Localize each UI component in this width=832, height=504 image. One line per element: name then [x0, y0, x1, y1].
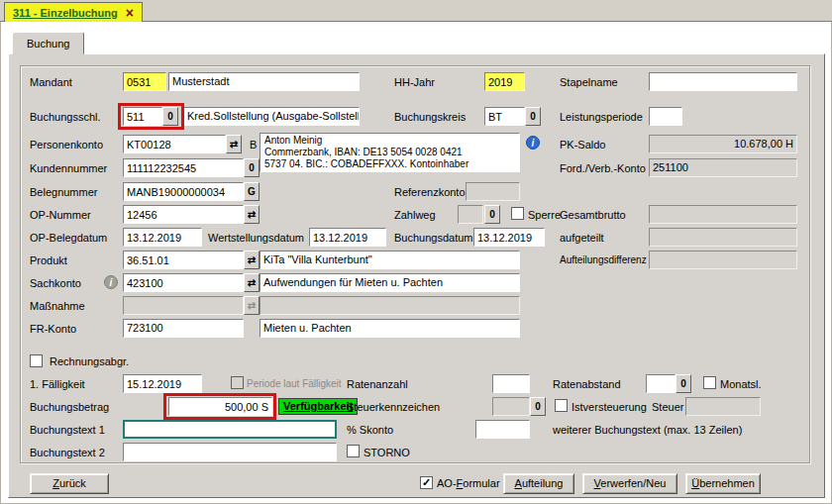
bank-info-line2: Commerzbank, IBAN: DE13 5054 0028 0421: [264, 147, 515, 158]
bank-info-display: Anton Meinig Commerzbank, IBAN: DE13 505…: [260, 133, 520, 172]
sachkonto-text-display: Aufwendungen für Mieten u. Pachten: [260, 273, 520, 292]
lookup-icon: 0: [680, 378, 686, 389]
tab-buchung-label: Buchung: [27, 38, 69, 50]
wertstellungsdatum-input[interactable]: [309, 228, 386, 247]
istversteuerung-checkbox[interactable]: [555, 399, 568, 412]
buchungsbetrag-input[interactable]: [168, 397, 272, 416]
ford-verb-konto-label: Ford./Verb.-Konto: [560, 162, 646, 174]
buchungstext2-input[interactable]: [123, 443, 337, 461]
buchungstext2-label: Buchungstext 2: [30, 447, 105, 458]
zurueck-button[interactable]: Zurück: [30, 473, 109, 494]
ratenabstand-label: Ratenabstand: [553, 378, 621, 390]
buchungskreis-lookup-button[interactable]: 0: [525, 107, 541, 126]
buchungsschl-input[interactable]: [123, 107, 162, 126]
buchungstext1-label: Buchungstext 1: [30, 424, 105, 436]
referenzkonto-label: Referenzkonto: [394, 186, 466, 198]
buchungsschl-label: Buchungsschl.: [30, 111, 101, 123]
massnahme-text-display: [260, 296, 520, 315]
zahlweg-value: [458, 205, 483, 224]
produkt-input[interactable]: [123, 251, 244, 269]
buchungsschl-text-display: Kred.Sollstellung (Ausgabe-Sollstellu...: [183, 107, 360, 126]
refresh-icon: ⇄: [230, 139, 238, 150]
zahlweg-lookup-button[interactable]: 0: [484, 205, 500, 224]
bank-info-line1: Anton Meinig: [264, 135, 515, 147]
lookup-icon: 0: [535, 401, 541, 412]
personenkonto-input[interactable]: [123, 135, 226, 153]
bank-info-icon[interactable]: i: [526, 136, 540, 150]
belegnummer-generate-button[interactable]: G: [244, 182, 260, 201]
belegnummer-label: Belegnummer: [30, 186, 97, 198]
storno-label: STORNO: [364, 447, 410, 458]
document-tab-einzelbuchung[interactable]: 311 - Einzelbuchung ×: [4, 2, 143, 22]
wertstellungsdatum-label: Wertstellungsdatum: [208, 232, 304, 244]
fr-konto-label: FR-Konto: [30, 323, 76, 335]
monatsl-checkbox[interactable]: [703, 376, 716, 389]
aufgeteilt-value: [649, 228, 797, 247]
op-nummer-label: OP-Nummer: [30, 209, 91, 221]
tab-buchung[interactable]: Buchung: [12, 32, 84, 54]
produkt-refresh-button[interactable]: ⇄: [244, 251, 260, 269]
periode-laut-faelligkeit-checkbox: [231, 376, 244, 389]
stapelname-label: Stapelname: [560, 76, 618, 88]
steuerkennzeichen-lookup-button[interactable]: 0: [530, 397, 546, 416]
sperre-label: Sperre: [528, 209, 561, 221]
application-window: 311 - Einzelbuchung × Buchung Mandant Mu…: [0, 0, 832, 504]
op-nummer-refresh-button[interactable]: ⇄: [244, 205, 260, 224]
aufteilungsdifferenz-label: Aufteilungsdifferenz: [560, 254, 647, 265]
sachkonto-refresh-button[interactable]: ⇄: [244, 273, 260, 292]
op-belegdatum-input[interactable]: [123, 228, 202, 247]
hh-jahr-input[interactable]: [484, 72, 525, 91]
faelligkeit-input[interactable]: [123, 374, 202, 393]
lookup-icon: 0: [489, 209, 495, 220]
aufgeteilt-label: aufgeteilt: [560, 232, 604, 244]
ratenanzahl-input[interactable]: [492, 374, 530, 393]
gesamtbrutto-label: Gesamtbrutto: [560, 209, 626, 221]
faelligkeit-label: 1. Fälligkeit: [30, 378, 85, 390]
op-nummer-input[interactable]: [123, 205, 244, 224]
mandant-code-input[interactable]: [123, 72, 166, 91]
document-tab-label: 311 - Einzelbuchung: [13, 7, 118, 19]
steuer-label: Steuer: [652, 401, 683, 413]
buchungsschl-lookup-button[interactable]: 0: [162, 107, 178, 126]
monatsl-label: Monatsl.: [720, 378, 762, 390]
buchungskreis-label: Buchungskreis: [394, 111, 466, 123]
buchungskreis-input[interactable]: [484, 107, 525, 126]
kundennummer-lookup-button[interactable]: 0: [244, 158, 260, 177]
bank-info-line3: 5737 04. BIC.: COBADEFFXXX. Kontoinhaber: [264, 158, 515, 170]
buchungsdatum-input[interactable]: [473, 228, 545, 247]
ratenabstand-input[interactable]: [646, 374, 676, 393]
steuerkennzeichen-label: Steuerkennzeichen: [347, 401, 440, 413]
steuer-value: [685, 397, 761, 416]
kundennummer-input[interactable]: [123, 158, 244, 177]
g-icon: G: [248, 186, 256, 197]
gesamtbrutto-value: [649, 205, 797, 224]
stapelname-input[interactable]: [649, 72, 797, 91]
massnahme-label: Maßnahme: [30, 300, 85, 312]
pk-saldo-value: 10.678,00 H: [649, 135, 797, 153]
massnahme-refresh-button: ⇄: [244, 296, 260, 315]
leistungsperiode-input[interactable]: [649, 107, 682, 126]
ao-formular-label: AO-Formular: [437, 477, 500, 489]
ford-verb-konto-value: 251100: [649, 158, 797, 177]
zahlweg-label: Zahlweg: [394, 209, 436, 221]
ratenabstand-lookup-button[interactable]: 0: [676, 374, 691, 393]
personenkonto-refresh-button[interactable]: ⇄: [226, 135, 242, 153]
referenzkonto-value: [466, 182, 520, 201]
sachkonto-input[interactable]: [123, 273, 244, 292]
verwerfen-neu-button[interactable]: Verwerfen/Neu: [582, 473, 677, 494]
sperre-checkbox[interactable]: [511, 207, 524, 220]
close-icon[interactable]: ×: [126, 6, 134, 20]
hh-jahr-label: HH-Jahr: [394, 76, 435, 88]
aufteilung-button[interactable]: Aufteilung: [503, 473, 574, 494]
buchungstext1-input[interactable]: [123, 420, 337, 439]
skonto-input[interactable]: [475, 420, 530, 439]
ao-formular-checkbox[interactable]: ✓: [420, 476, 433, 489]
refresh-icon: ⇄: [248, 277, 256, 288]
periode-laut-faelligkeit-label: Periode laut Fälligkeit: [247, 378, 342, 389]
uebernehmen-button[interactable]: Übernehmen: [685, 473, 761, 494]
rechnungsabgr-checkbox[interactable]: [30, 354, 43, 367]
belegnummer-input[interactable]: [123, 182, 244, 201]
storno-checkbox[interactable]: [347, 445, 360, 457]
kundennummer-label: Kundennummer: [30, 162, 107, 174]
document-tab-bar: 311 - Einzelbuchung ×: [0, 0, 832, 22]
